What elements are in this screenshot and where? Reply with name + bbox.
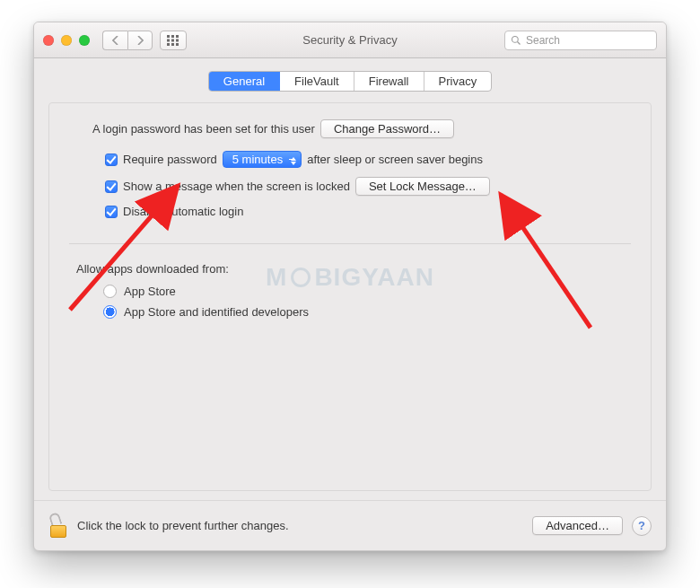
svg-line-10 [518, 41, 521, 44]
require-password-label-pre: Require password [123, 153, 217, 166]
allow-identified-row: App Store and identified developers [103, 305, 627, 319]
lock-hint-label: Click the lock to prevent further change… [77, 519, 289, 532]
minimize-window-button[interactable] [61, 35, 72, 46]
footer: Click the lock to prevent further change… [34, 500, 666, 550]
require-password-label-post: after sleep or screen saver begins [307, 153, 483, 166]
tab-filevault[interactable]: FileVault [280, 72, 354, 91]
allow-apps-header: Allow apps downloaded from: [76, 262, 627, 276]
disable-auto-login-label: Disable automatic login [123, 205, 243, 218]
allow-appstore-label: App Store [124, 285, 176, 298]
allow-identified-radio[interactable] [103, 305, 117, 319]
window-controls [43, 35, 90, 46]
svg-rect-5 [176, 39, 179, 41]
password-set-row: A login password has been set for this u… [92, 119, 627, 138]
search-placeholder: Search [526, 34, 560, 47]
allow-appstore-row: App Store [103, 285, 627, 298]
disable-auto-login-checkbox[interactable] [105, 206, 118, 218]
advanced-button[interactable]: Advanced… [532, 516, 623, 535]
change-password-button[interactable]: Change Password… [320, 119, 454, 138]
svg-rect-4 [171, 39, 174, 41]
allow-identified-label: App Store and identified developers [124, 305, 309, 319]
svg-rect-2 [176, 35, 179, 38]
grid-icon [167, 35, 179, 46]
tab-firewall[interactable]: Firewall [354, 72, 424, 91]
security-privacy-window: Security & Privacy Search General FileVa… [33, 22, 667, 551]
svg-rect-0 [167, 35, 170, 38]
require-password-delay-select[interactable]: 5 minutes [223, 151, 302, 168]
nav-back-button[interactable] [102, 31, 127, 50]
search-icon [511, 35, 521, 46]
titlebar: Security & Privacy Search [34, 22, 666, 58]
svg-rect-1 [171, 35, 174, 38]
require-password-checkbox[interactable] [105, 154, 118, 166]
show-lock-message-label: Show a message when the screen is locked [123, 180, 350, 193]
require-password-delay-value: 5 minutes [232, 153, 283, 166]
tab-privacy[interactable]: Privacy [424, 72, 492, 91]
nav-back-forward [102, 31, 153, 50]
close-window-button[interactable] [43, 35, 54, 46]
show-all-prefs-button[interactable] [160, 31, 187, 50]
show-lock-message-row: Show a message when the screen is locked… [105, 177, 627, 196]
nav-forward-button[interactable] [127, 31, 153, 50]
tabs-row: General FileVault Firewall Privacy [34, 58, 666, 102]
maximize-window-button[interactable] [79, 35, 90, 46]
require-password-row: Require password 5 minutes after sleep o… [105, 151, 627, 168]
set-lock-message-button[interactable]: Set Lock Message… [355, 177, 490, 196]
svg-rect-7 [171, 43, 174, 46]
help-button[interactable]: ? [632, 516, 652, 536]
tab-general[interactable]: General [209, 72, 280, 91]
search-input[interactable]: Search [504, 31, 657, 50]
tabs: General FileVault Firewall Privacy [208, 71, 492, 92]
svg-rect-6 [167, 43, 170, 46]
allow-appstore-radio[interactable] [103, 285, 117, 298]
divider [69, 243, 631, 244]
svg-point-9 [512, 36, 519, 42]
svg-rect-3 [167, 39, 170, 41]
chevron-updown-icon [291, 154, 296, 169]
password-set-label: A login password has been set for this u… [92, 122, 315, 136]
svg-rect-8 [176, 43, 179, 46]
show-lock-message-checkbox[interactable] [105, 180, 118, 193]
general-panel: A login password has been set for this u… [48, 102, 652, 491]
disable-auto-login-row: Disable automatic login [105, 205, 627, 218]
help-icon: ? [638, 519, 645, 532]
lock-icon[interactable] [48, 514, 68, 538]
